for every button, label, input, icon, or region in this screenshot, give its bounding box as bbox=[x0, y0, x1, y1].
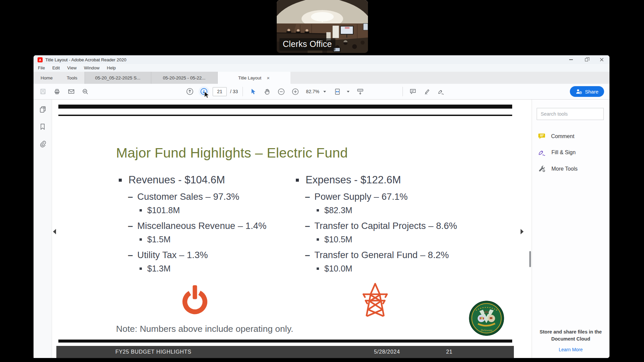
fit-page-icon bbox=[334, 88, 341, 95]
expenses-heading: Expenses - $122.6M bbox=[306, 174, 401, 186]
screen: Clerks Office Title Layout - Adobe Acrob… bbox=[0, 0, 644, 362]
zoom-out-button[interactable] bbox=[276, 86, 286, 97]
hand-tool-button[interactable] bbox=[262, 86, 272, 97]
page-number-input[interactable] bbox=[213, 87, 227, 96]
more-tools-icon bbox=[538, 165, 546, 173]
print-icon bbox=[54, 88, 60, 95]
tab-document-active[interactable]: Title Layout × bbox=[217, 72, 290, 84]
learn-more-link[interactable]: Learn More bbox=[559, 347, 583, 352]
comment-bubble-icon bbox=[410, 88, 416, 95]
search-icon bbox=[82, 88, 89, 95]
menu-edit[interactable]: Edit bbox=[49, 65, 63, 70]
tab-document-1[interactable]: 05-20_05-22-2025 S... bbox=[85, 72, 151, 84]
menu-help[interactable]: Help bbox=[103, 65, 120, 70]
zoom-dropdown-caret[interactable] bbox=[323, 91, 326, 93]
revenue-value: $101.8M bbox=[140, 205, 267, 215]
select-tool-button[interactable] bbox=[248, 86, 258, 97]
attachments-icon[interactable] bbox=[39, 140, 47, 148]
share-button[interactable]: Share bbox=[570, 86, 604, 97]
fountain-pen-icon bbox=[437, 88, 445, 95]
revenue-value: $1.3M bbox=[140, 264, 267, 274]
close-button[interactable] bbox=[594, 55, 609, 64]
slide-footer-title: FY25 BUDGET HIGHLIGHTS bbox=[115, 349, 192, 355]
slide-top-rule bbox=[58, 105, 512, 109]
toolbar: / 33 82.7% Share bbox=[34, 84, 609, 100]
sidebar-item-fill-sign[interactable]: Fill & Sign bbox=[532, 144, 609, 161]
document-area[interactable]: Major Fund Highlights – Electric Fund Re… bbox=[52, 100, 532, 358]
menu-window[interactable]: Window bbox=[80, 65, 103, 70]
restore-button[interactable] bbox=[579, 55, 594, 64]
previous-page-button[interactable] bbox=[184, 86, 195, 97]
promo-line-1: Store and share files in the bbox=[532, 328, 609, 336]
comment-tool-button[interactable] bbox=[408, 86, 418, 97]
select-arrow-icon bbox=[250, 88, 256, 95]
slide-title: Major Fund Highlights – Electric Fund bbox=[116, 145, 348, 161]
zoom-in-button[interactable] bbox=[290, 86, 301, 97]
window-titlebar[interactable]: Title Layout - Adobe Acrobat Reader 2020 bbox=[34, 55, 609, 64]
bullet-square bbox=[119, 179, 122, 182]
fit-page-dropdown-caret[interactable] bbox=[347, 91, 350, 93]
slide-top-rule-thin bbox=[58, 115, 512, 116]
slide-bottom-rule bbox=[58, 340, 512, 343]
tab-home[interactable]: Home bbox=[34, 72, 60, 84]
expense-item: Transfer to General Fund – 8.2% bbox=[305, 250, 457, 260]
restore-icon bbox=[585, 58, 588, 61]
scroll-mode-icon bbox=[357, 88, 364, 95]
share-person-icon bbox=[576, 89, 582, 94]
sign-tool-button[interactable] bbox=[436, 86, 446, 97]
expenses-column: Expenses - $122.6M Power Supply – 67.1% … bbox=[296, 174, 457, 274]
sidebar-item-comment[interactable]: Comment bbox=[532, 128, 609, 144]
menu-bar: File Edit View Window Help bbox=[34, 64, 609, 72]
expense-value: $10.0M bbox=[317, 264, 457, 274]
acrobat-window: Title Layout - Adobe Acrobat Reader 2020… bbox=[34, 55, 609, 358]
zoom-in-icon bbox=[291, 88, 299, 96]
highlight-tool-button[interactable] bbox=[422, 86, 432, 97]
sidebar-item-more-tools[interactable]: More Tools bbox=[532, 161, 609, 177]
expense-value: $10.5M bbox=[317, 235, 457, 244]
slide-footer-page-number: 21 bbox=[446, 349, 452, 355]
menu-file[interactable]: File bbox=[34, 65, 49, 70]
window-title: Title Layout - Adobe Acrobat Reader 2020 bbox=[45, 57, 126, 62]
search-tools-input[interactable] bbox=[537, 108, 604, 120]
page-thumbnails-icon[interactable] bbox=[39, 106, 47, 113]
bullet-square bbox=[317, 267, 319, 270]
tools-sidebar: Comment Fill & Sign More Tools Store and… bbox=[532, 100, 609, 358]
minimize-button[interactable] bbox=[563, 55, 579, 64]
vertical-scrollbar-thumb[interactable] bbox=[529, 251, 531, 267]
email-icon bbox=[68, 88, 75, 95]
seal-text: Delaware bbox=[480, 328, 492, 332]
search-tool-button[interactable] bbox=[80, 86, 91, 97]
email-button[interactable] bbox=[66, 86, 76, 97]
highlighter-icon bbox=[424, 88, 430, 95]
menu-view[interactable]: View bbox=[63, 65, 80, 70]
tab-document-2[interactable]: 05-20-2025 - 05-22... bbox=[151, 72, 217, 84]
document-cloud-promo: Store and share files in the Document Cl… bbox=[532, 328, 609, 353]
revenue-item: Utility Tax – 1.3% bbox=[128, 250, 267, 260]
slide-footer-bar: FY25 BUDGET HIGHLIGHTS 5/28/2024 21 bbox=[56, 346, 514, 358]
revenue-item: Customer Sales – 97.3% bbox=[128, 191, 267, 202]
fit-page-button[interactable] bbox=[332, 86, 343, 97]
hand-icon bbox=[264, 88, 270, 95]
expense-item: Power Supply – 67.1% bbox=[305, 191, 457, 202]
bullet-square bbox=[140, 267, 142, 270]
bullet-square bbox=[140, 209, 142, 212]
print-button[interactable] bbox=[52, 86, 62, 97]
previous-page-arrow[interactable] bbox=[53, 229, 56, 234]
slide-note: Note: Numbers above include operating on… bbox=[116, 324, 293, 334]
next-page-arrow[interactable] bbox=[521, 229, 524, 234]
zoom-level-label: 82.7% bbox=[306, 89, 319, 94]
left-panel-rail bbox=[34, 100, 52, 358]
meeting-video-thumbnail[interactable]: Clerks Office bbox=[277, 0, 368, 53]
tab-tools[interactable]: Tools bbox=[60, 72, 85, 84]
scrolling-mode-button[interactable] bbox=[355, 86, 366, 97]
toolbar-divider bbox=[402, 87, 403, 96]
bookmarks-icon[interactable] bbox=[39, 123, 46, 130]
tab-close-icon[interactable]: × bbox=[267, 75, 270, 80]
expense-value: $82.3M bbox=[317, 205, 457, 215]
bullet-square bbox=[317, 209, 319, 212]
bullet-square bbox=[296, 179, 299, 182]
fill-sign-icon bbox=[538, 149, 546, 156]
acrobat-app-icon bbox=[38, 57, 43, 62]
city-seal: Delaware bbox=[469, 300, 504, 336]
save-button[interactable] bbox=[38, 86, 48, 97]
